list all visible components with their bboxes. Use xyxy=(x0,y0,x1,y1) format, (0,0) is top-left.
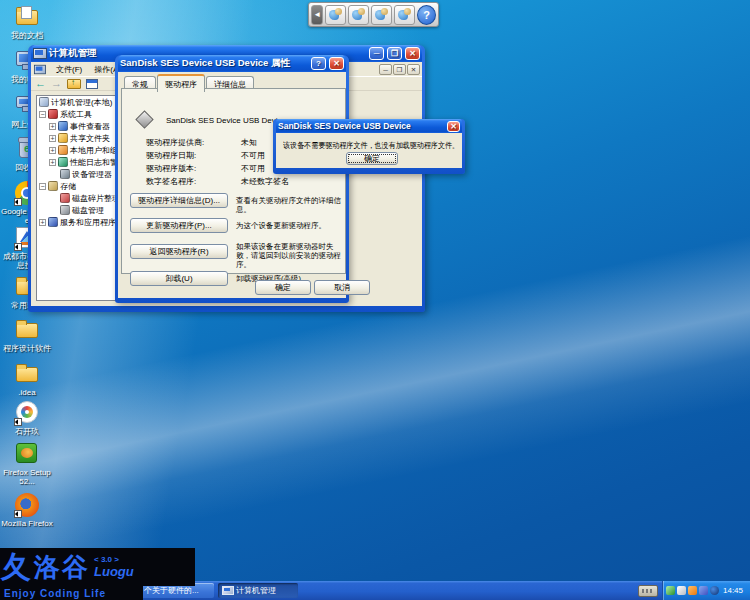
files-tool-button[interactable] xyxy=(394,5,415,25)
collapse-arrow-button[interactable]: ◄ xyxy=(311,5,323,25)
help-button[interactable]: ? xyxy=(417,5,436,25)
tree-item-performance-logs[interactable]: +性能日志和警报 xyxy=(37,156,115,168)
tray-icon-blue[interactable] xyxy=(699,586,708,595)
message-ok-button[interactable]: 确定 xyxy=(346,152,398,165)
tray-icon-orange[interactable] xyxy=(688,586,697,595)
luogu-logo-icon: 夂 xyxy=(0,552,33,582)
icon-label: .idea xyxy=(0,388,54,397)
update-driver-desc: 为这个设备更新驱动程序。 xyxy=(236,221,342,230)
floating-toolbar: ◄ ? xyxy=(308,2,439,27)
watermark-slogan: Enjoy Coding Life xyxy=(4,588,106,599)
driver-version-value: 不可用 xyxy=(241,163,265,174)
cancel-button[interactable]: 取消 xyxy=(314,280,370,295)
message-text: 该设备不需要驱动程序文件，也没有加载驱动程序文件。 xyxy=(283,140,459,151)
minimize-button[interactable]: ─ xyxy=(369,47,384,60)
dialog-titlebar[interactable]: SanDisk SES Device USB Device 属性 ? ✕ xyxy=(118,55,346,72)
performance-logs-icon xyxy=(58,157,68,167)
dialog-body: 常规 驱动程序 详细信息 SanDisk SES Device USB Devi… xyxy=(118,72,346,298)
driver-version-label: 驱动程序版本: xyxy=(146,163,196,174)
hand-tool-button[interactable] xyxy=(348,5,369,25)
expand-icon[interactable]: + xyxy=(49,135,56,142)
tree-item-event-viewer[interactable]: +事件查看器 xyxy=(37,120,115,132)
close-button[interactable]: ✕ xyxy=(329,57,344,70)
uninstall-button[interactable]: 卸载(U) xyxy=(130,271,228,286)
expand-icon[interactable]: + xyxy=(49,123,56,130)
desktop-icon-mozilla-firefox[interactable]: Mozilla Firefox xyxy=(0,492,54,528)
expand-icon[interactable]: + xyxy=(49,159,56,166)
shapes-tool-button[interactable] xyxy=(371,5,392,25)
device-manager-icon xyxy=(60,169,70,179)
watermark-version: < 3.0 > xyxy=(94,555,134,564)
desktop-icon-my-documents[interactable]: 我的文档 xyxy=(0,4,54,40)
message-titlebar[interactable]: SanDisk SES Device USB Device ✕ xyxy=(276,119,462,133)
child-close-button[interactable]: ✕ xyxy=(407,64,420,75)
rollback-driver-button[interactable]: 返回驱动程序(R) xyxy=(130,244,228,259)
icon-label: Firefox Setup 52... xyxy=(0,468,54,486)
close-button[interactable]: ✕ xyxy=(447,121,460,132)
defragmenter-icon xyxy=(60,193,70,203)
pen-tool-button[interactable] xyxy=(325,5,346,25)
local-users-icon xyxy=(58,145,68,155)
tray-icon-green[interactable] xyxy=(666,586,675,595)
up-folder-icon[interactable] xyxy=(67,79,81,89)
tree-item-shared-folders[interactable]: +共享文件夹 xyxy=(37,132,115,144)
update-driver-button[interactable]: 更新驱动程序(P)... xyxy=(130,218,228,233)
close-button[interactable]: ✕ xyxy=(405,47,420,60)
hand-icon xyxy=(352,8,365,21)
taskbar-button-computer-management[interactable]: 计算机管理 xyxy=(218,583,298,598)
device-icon xyxy=(135,110,153,128)
expand-icon[interactable]: + xyxy=(39,219,46,226)
icon-label: 我的文档 xyxy=(0,31,54,40)
menu-file[interactable]: 文件(F) xyxy=(54,64,84,75)
collapse-icon[interactable]: − xyxy=(39,183,46,190)
system-tray: 14:45 xyxy=(662,581,750,600)
digital-signer-value: 未经数字签名 xyxy=(241,176,289,187)
folder-icon xyxy=(14,317,40,343)
driver-tab-panel: SanDisk SES Device USB Device 驱动程序提供商: 未… xyxy=(121,88,346,274)
driver-date-value: 不可用 xyxy=(241,150,265,161)
expand-icon[interactable]: + xyxy=(49,147,56,154)
tree-item-computer-management[interactable]: 计算机管理(本地) xyxy=(37,96,115,108)
desktop-icon-idea[interactable]: .idea xyxy=(0,361,54,397)
watermark-brand-en: Luogu xyxy=(94,564,134,579)
forward-icon[interactable]: → xyxy=(51,78,62,89)
message-body: 该设备不需要驱动程序文件，也没有加载驱动程序文件。 确定 xyxy=(276,133,462,168)
tray-clock: 14:45 xyxy=(723,586,743,595)
tree-item-system-tools[interactable]: −系统工具 xyxy=(37,108,115,120)
driver-provider-value: 未知 xyxy=(241,137,257,148)
driver-details-desc: 查看有关驱动程序文件的详细信息。 xyxy=(236,196,342,214)
tree-item-disk-management[interactable]: 磁盘管理 xyxy=(37,204,115,216)
driver-details-button[interactable]: 驱动程序详细信息(D)... xyxy=(130,193,228,208)
child-restore-button[interactable]: ❐ xyxy=(393,64,406,75)
child-minimize-button[interactable]: ─ xyxy=(379,64,392,75)
desktop-icon-pinwheel-app[interactable]: 石开玖 xyxy=(0,400,54,436)
show-console-tree-icon[interactable] xyxy=(86,79,98,89)
icon-label: Mozilla Firefox xyxy=(0,519,54,528)
tab-driver[interactable]: 驱动程序 xyxy=(157,74,205,92)
watermark-brand: 洛谷 xyxy=(34,550,90,585)
computer-icon xyxy=(222,586,233,595)
help-titlebar-button[interactable]: ? xyxy=(311,57,326,70)
tree-item-services-applications[interactable]: +服务和应用程序 xyxy=(37,216,115,228)
language-bar-icon[interactable] xyxy=(638,585,658,597)
desktop-icon-firefox-setup[interactable]: Firefox Setup 52... xyxy=(0,441,54,486)
files-icon xyxy=(398,8,411,21)
tree-item-local-users[interactable]: +本地用户和组 xyxy=(37,144,115,156)
folder-icon xyxy=(14,361,40,387)
computer-icon xyxy=(39,97,49,107)
desktop-icon-programming-software[interactable]: 程序设计软件 xyxy=(0,317,54,353)
maximize-button[interactable]: ❐ xyxy=(387,47,402,60)
tray-icon-globe[interactable] xyxy=(710,586,719,595)
desktop: 我的文档 我的电脑 网上邻居 回收站 Google Chrome 成都市初中信息… xyxy=(0,0,750,600)
collapse-icon[interactable]: − xyxy=(39,111,46,118)
ok-button[interactable]: 确定 xyxy=(255,280,311,295)
tray-icon-white[interactable] xyxy=(677,586,686,595)
console-icon xyxy=(34,64,45,73)
system-tools-icon xyxy=(48,109,58,119)
digital-signer-label: 数字签名程序: xyxy=(146,176,196,187)
tree-item-disk-defragmenter[interactable]: 磁盘碎片整理程序 xyxy=(37,192,115,204)
tree-item-storage[interactable]: −存储 xyxy=(37,180,115,192)
back-icon[interactable]: ← xyxy=(35,78,46,89)
device-name: SanDisk SES Device USB Device xyxy=(166,116,286,125)
tree-item-device-manager[interactable]: 设备管理器 xyxy=(37,168,115,180)
